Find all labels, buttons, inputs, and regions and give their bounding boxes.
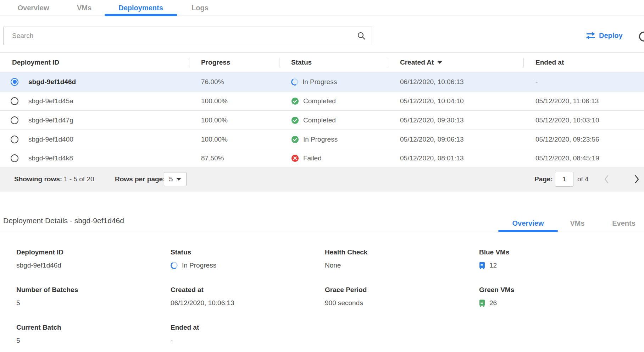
field-ended-at: Ended at -	[171, 324, 325, 345]
deployment-id: sbgd-9ef1d400	[28, 136, 73, 143]
field-value: 900 seconds	[325, 299, 363, 307]
table-row[interactable]: sbgd-9ef1d400 100.00% In Progress 05/12/…	[0, 130, 644, 149]
column-header-created-at[interactable]: Created At	[388, 53, 523, 72]
details-grid: Deployment ID sbgd-9ef1d46d Status In Pr…	[16, 248, 514, 352]
search-icon	[357, 32, 366, 40]
field-blue-vms: Blue VMs 12	[479, 248, 514, 270]
status-label: Completed	[303, 97, 336, 105]
field-label: Ended at	[171, 324, 325, 331]
table-footer: Showing rows: 1 - 5 of 20 Rows per page:…	[0, 167, 644, 192]
x-circle-icon	[291, 154, 299, 162]
chevron-down-icon	[176, 178, 181, 181]
field-value: 5	[16, 337, 20, 345]
search-input[interactable]	[3, 27, 372, 45]
column-header-progress[interactable]: Progress	[189, 53, 279, 72]
field-label: Status	[171, 248, 325, 256]
created-at-value: 05/12/2020, 09:06:13	[388, 136, 523, 143]
details-tab-overview[interactable]: Overview	[498, 215, 558, 231]
field-deployment-id: Deployment ID sbgd-9ef1d46d	[16, 248, 171, 270]
field-value: None	[325, 262, 341, 269]
field-health-check: Health Check None	[325, 248, 479, 270]
column-header-status[interactable]: Status	[279, 53, 388, 72]
chevron-left-icon[interactable]	[604, 175, 609, 184]
ended-at-value: 05/12/2020, 09:23:56	[523, 136, 644, 143]
field-value: 26	[489, 299, 497, 307]
ended-at-value: 05/12/2020, 11:06:13	[523, 97, 644, 105]
field-green-vms: Green VMs 26	[479, 286, 514, 307]
tab-logs[interactable]: Logs	[180, 0, 220, 16]
deployment-id: sbgd-9ef1d46d	[28, 78, 76, 86]
created-at-value: 05/12/2020, 10:04:10	[388, 97, 523, 105]
deploy-button-label: Deploy	[599, 32, 623, 40]
field-label: Created at	[171, 286, 325, 294]
status-label: Failed	[303, 154, 322, 162]
created-at-value: 05/12/2020, 08:01:13	[388, 154, 523, 162]
ended-at-value: 05/12/2020, 10:03:10	[523, 116, 644, 124]
search-box	[3, 27, 372, 45]
row-radio[interactable]	[11, 136, 18, 143]
field-value: sbgd-9ef1d46d	[16, 262, 61, 269]
spinner-icon	[290, 77, 299, 86]
field-current-batch: Current Batch 5	[16, 324, 171, 345]
field-grace-period: Grace Period 900 seconds	[325, 286, 479, 307]
refresh-icon[interactable]	[639, 32, 644, 42]
field-label: Grace Period	[325, 286, 479, 294]
details-tab-vms[interactable]: VMs	[558, 215, 597, 231]
deploy-button[interactable]: Deploy	[586, 32, 623, 40]
showing-rows-label: Showing rows:	[14, 175, 62, 183]
rows-per-page-label: Rows per page:	[115, 175, 165, 183]
vm-icon	[479, 262, 485, 269]
row-radio-selected[interactable]	[11, 78, 18, 86]
page-number-input[interactable]	[555, 172, 573, 187]
column-header-ended-at[interactable]: Ended at	[523, 53, 644, 72]
ended-at-value: -	[523, 78, 644, 86]
rows-per-page-select[interactable]: 5	[164, 172, 187, 186]
progress-value: 87.50%	[189, 154, 279, 162]
progress-value: 100.00%	[189, 116, 279, 124]
page-label: Page:	[534, 175, 553, 183]
progress-value: 100.00%	[189, 97, 279, 105]
field-label: Number of Batches	[16, 286, 171, 294]
field-label: Blue VMs	[479, 248, 514, 256]
status-label: In Progress	[302, 78, 337, 86]
swap-arrows-icon	[586, 32, 595, 39]
field-empty	[479, 324, 514, 345]
deployment-id: sbgd-9ef1d4k8	[28, 154, 73, 162]
deployments-table: Deployment ID Progress Status Created At…	[0, 53, 644, 168]
field-label: Health Check	[325, 248, 479, 256]
tab-vms[interactable]: VMs	[67, 0, 101, 16]
created-at-value: 05/12/2020, 09:30:13	[388, 116, 523, 124]
ended-at-value: 05/12/2020, 08:45:19	[523, 154, 644, 162]
field-value: 06/12/2020, 10:06:13	[171, 299, 234, 307]
field-value: 12	[489, 262, 497, 269]
tab-overview[interactable]: Overview	[9, 0, 58, 16]
field-value: 5	[16, 299, 20, 307]
sort-desc-icon	[437, 61, 442, 64]
field-created-at: Created at 06/12/2020, 10:06:13	[171, 286, 325, 307]
field-label: Green VMs	[479, 286, 514, 294]
table-header: Deployment ID Progress Status Created At…	[0, 53, 644, 72]
check-circle-icon	[291, 116, 299, 124]
progress-value: 76.00%	[189, 78, 279, 86]
row-radio[interactable]	[11, 116, 18, 124]
created-at-value: 06/12/2020, 10:06:13	[388, 78, 523, 86]
table-row[interactable]: sbgd-9ef1d46d 76.00% In Progress 06/12/2…	[0, 72, 644, 91]
check-circle-icon	[291, 97, 299, 105]
table-row[interactable]: sbgd-9ef1d47g 100.00% Completed 05/12/20…	[0, 110, 644, 130]
progress-value: 100.00%	[189, 136, 279, 143]
chevron-right-icon[interactable]	[634, 175, 640, 184]
table-row[interactable]: sbgd-9ef1d4k8 87.50% Failed 05/12/2020, …	[0, 149, 644, 168]
row-radio[interactable]	[11, 154, 18, 162]
field-number-of-batches: Number of Batches 5	[16, 286, 171, 307]
tab-deployments[interactable]: Deployments	[105, 0, 177, 16]
details-tab-events[interactable]: Events	[604, 215, 643, 231]
status-label: Completed	[303, 116, 336, 124]
field-value: In Progress	[182, 262, 216, 269]
column-header-deployment-id[interactable]: Deployment ID	[0, 53, 189, 72]
field-empty	[325, 324, 479, 345]
deployment-id: sbgd-9ef1d47g	[28, 116, 73, 124]
row-radio[interactable]	[11, 97, 18, 105]
spinner-icon	[170, 261, 178, 270]
details-title: Deployment Details - sbgd-9ef1d46d	[3, 216, 124, 225]
table-row[interactable]: sbgd-9ef1d45a 100.00% Completed 05/12/20…	[0, 91, 644, 110]
